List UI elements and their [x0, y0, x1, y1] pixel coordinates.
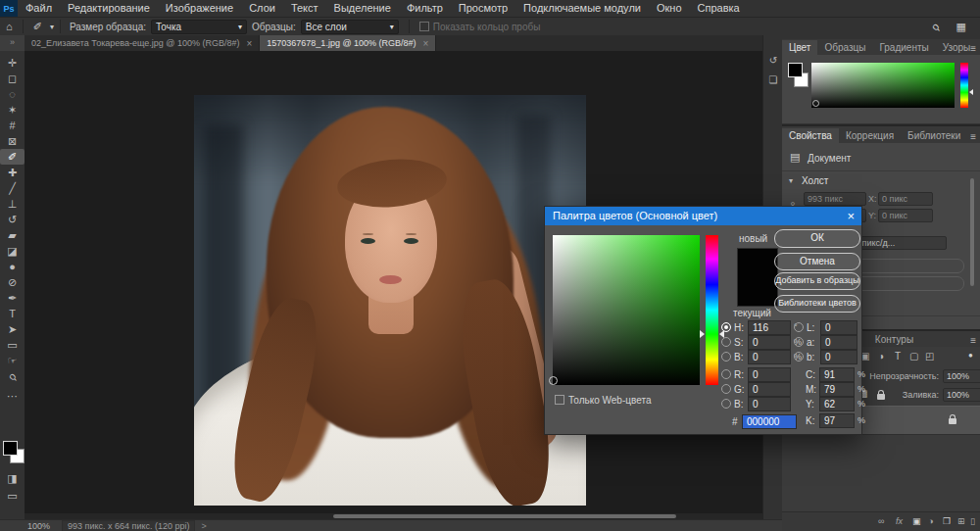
preset-caret-icon[interactable]: ▾ — [48, 23, 56, 31]
g-input[interactable]: 0 — [748, 382, 791, 397]
menu-item-type[interactable]: Текст — [283, 0, 326, 17]
menu-item-edit[interactable]: Редактирование — [60, 0, 158, 17]
object-selection-tool[interactable]: ✶ — [0, 102, 24, 118]
menu-item-select[interactable]: Выделение — [326, 0, 399, 17]
menu-item-layers[interactable]: Слои — [241, 0, 283, 17]
edit-toolbar-button[interactable]: ⋯ — [0, 388, 24, 404]
fill-dropdown[interactable]: 100% — [943, 388, 980, 402]
l-input[interactable]: 0 — [820, 320, 858, 335]
hand-tool[interactable]: ☞ — [0, 353, 24, 368]
hex-input[interactable]: 000000 — [742, 414, 797, 429]
home-icon[interactable]: ⌂ — [0, 21, 19, 32]
close-icon[interactable]: × — [847, 207, 855, 225]
gradient-tool[interactable]: ◪ — [0, 243, 24, 259]
canvas-width-field[interactable]: 993 пикс — [804, 192, 866, 206]
tab-color[interactable]: Цвет — [782, 40, 817, 55]
path-select-tool[interactable]: ➤ — [0, 321, 24, 337]
document-tab-1[interactable]: 02_Елизавета Токарева-еще.jpg @ 100% (RG… — [24, 35, 260, 51]
tab-libraries[interactable]: Библиотеки — [901, 128, 967, 143]
b3-radio[interactable] — [794, 352, 804, 362]
move-tool[interactable]: ✛ — [0, 55, 24, 71]
a-radio[interactable] — [794, 337, 804, 347]
screen-mode-button[interactable]: ▭ — [0, 488, 24, 504]
layer-mask-icon[interactable]: ▣ — [912, 516, 921, 526]
panel-foreground-swatch[interactable] — [788, 63, 803, 77]
history-panel-icon[interactable]: ↺ — [767, 55, 779, 66]
status-arrow-icon[interactable]: > — [201, 521, 206, 531]
tab-swatches[interactable]: Образцы — [817, 40, 872, 55]
dodge-tool[interactable]: ⊘ — [0, 274, 24, 290]
c-input[interactable]: 91 — [819, 367, 855, 382]
menu-item-help[interactable]: Справка — [690, 0, 748, 17]
pen-tool[interactable]: ✒ — [0, 290, 24, 306]
web-colors-checkbox[interactable] — [555, 395, 564, 405]
toolbar-collapse-icon[interactable]: » — [0, 35, 24, 51]
adjustment-layer-icon[interactable]: ◑ — [928, 516, 933, 526]
tab-gradients[interactable]: Градиенты — [872, 40, 935, 55]
menu-item-view[interactable]: Просмотр — [451, 0, 515, 17]
color-sample-marker[interactable] — [549, 376, 558, 385]
s-input[interactable]: 0 — [748, 335, 791, 350]
brush-tool[interactable]: ╱ — [0, 180, 24, 196]
menu-item-filter[interactable]: Фильтр — [399, 0, 451, 17]
marquee-tool[interactable]: ◻ — [0, 71, 24, 86]
layer-lock-icon[interactable] — [949, 415, 956, 427]
panel-menu-icon[interactable]: ≡ — [970, 131, 976, 142]
chevron-down-icon[interactable]: ▾ — [789, 176, 793, 185]
h-radio[interactable] — [721, 322, 731, 332]
color-libraries-button[interactable]: Библиотеки цветов — [774, 295, 860, 313]
quick-mask-button[interactable]: ◨ — [0, 470, 24, 486]
saturation-brightness-field[interactable] — [553, 235, 700, 385]
panel-menu-icon[interactable]: ≡ — [970, 43, 976, 54]
comments-panel-icon[interactable]: ❏ — [767, 74, 779, 85]
properties-scrollbar[interactable] — [970, 178, 974, 286]
r-input[interactable]: 0 — [748, 367, 791, 382]
b3-input[interactable]: 0 — [820, 350, 858, 364]
tab-paths[interactable]: Контуры — [868, 332, 920, 347]
canvas-x-field[interactable]: 0 пикс — [878, 192, 933, 206]
s-radio[interactable] — [721, 337, 731, 347]
filter-adjustment-icon[interactable]: ◑ — [878, 351, 884, 362]
hue-slider[interactable] — [706, 235, 718, 385]
tab-properties[interactable]: Свойства — [782, 128, 839, 143]
delete-layer-icon[interactable]: ▯ — [970, 516, 975, 526]
filter-type-icon[interactable]: T — [895, 351, 901, 362]
canvas-y-field[interactable]: 0 пикс — [878, 209, 933, 222]
close-icon[interactable]: × — [246, 38, 252, 49]
close-icon[interactable]: × — [423, 38, 429, 49]
dialog-titlebar[interactable]: Палитра цветов (Основной цвет) — [545, 207, 861, 225]
layer-style-icon[interactable]: fx — [896, 516, 903, 526]
workspace-icon[interactable]: ▦ — [951, 21, 972, 33]
y-input[interactable]: 62 — [819, 397, 855, 411]
g-radio[interactable] — [721, 384, 731, 394]
type-tool[interactable]: T — [0, 306, 24, 321]
opacity-dropdown[interactable]: 100% — [943, 369, 980, 383]
b2-radio[interactable] — [721, 399, 731, 409]
history-brush-tool[interactable]: ↺ — [0, 212, 24, 227]
search-icon[interactable]: ϙ — [925, 16, 946, 36]
link-layers-icon[interactable]: ∞ — [878, 516, 884, 526]
add-to-swatches-button[interactable]: Добавить в образцы — [774, 272, 860, 290]
foreground-color-swatch[interactable] — [3, 441, 18, 456]
menu-item-window[interactable]: Окно — [649, 0, 690, 17]
a-input[interactable]: 0 — [820, 335, 858, 350]
zoom-tool[interactable]: ϙ — [0, 368, 24, 384]
hue-slider-arrow-left[interactable] — [700, 330, 705, 338]
h-input[interactable]: 116 — [748, 320, 791, 335]
eyedropper-tool[interactable]: ✐ — [0, 149, 24, 165]
eraser-tool[interactable]: ▰ — [0, 227, 24, 243]
l-radio[interactable] — [794, 322, 804, 332]
k-input[interactable]: 97 — [819, 413, 855, 428]
filter-pin-icon[interactable]: ● — [968, 351, 973, 360]
clone-stamp-tool[interactable]: ⊥ — [0, 196, 24, 212]
b-input[interactable]: 0 — [748, 350, 791, 364]
ok-button[interactable]: ОК — [774, 229, 860, 248]
m-input[interactable]: 79 — [819, 382, 855, 397]
sample-size-dropdown[interactable]: Точка▾ — [151, 20, 247, 34]
photo-document[interactable] — [194, 95, 586, 506]
cancel-button[interactable]: Отмена — [774, 253, 860, 270]
eyedropper-preset-icon[interactable]: ✐ — [27, 21, 48, 33]
filter-shape-icon[interactable]: ▢ — [909, 351, 918, 362]
new-group-icon[interactable]: ❐ — [943, 516, 951, 526]
panel-menu-icon[interactable]: ≡ — [970, 335, 976, 346]
